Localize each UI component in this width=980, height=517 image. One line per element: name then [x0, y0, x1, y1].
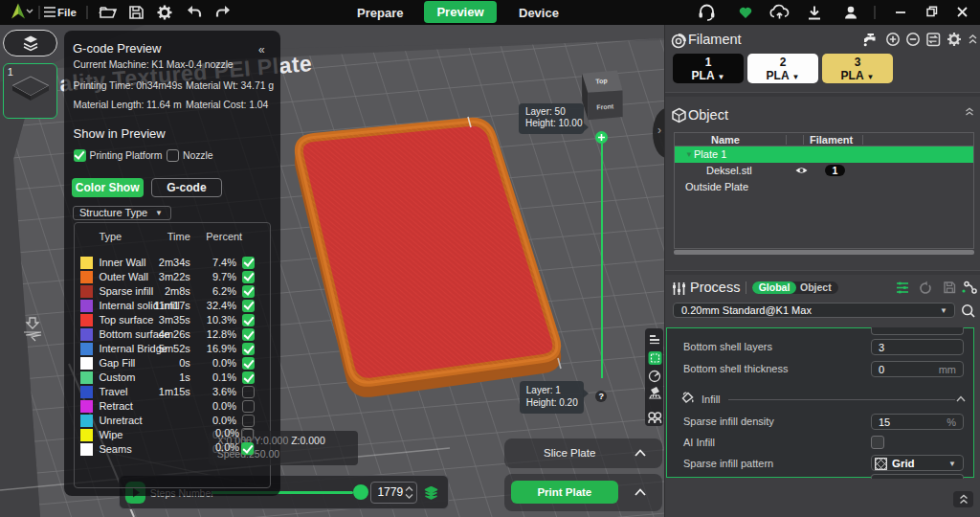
svg-text:Front: Front — [596, 102, 614, 110]
